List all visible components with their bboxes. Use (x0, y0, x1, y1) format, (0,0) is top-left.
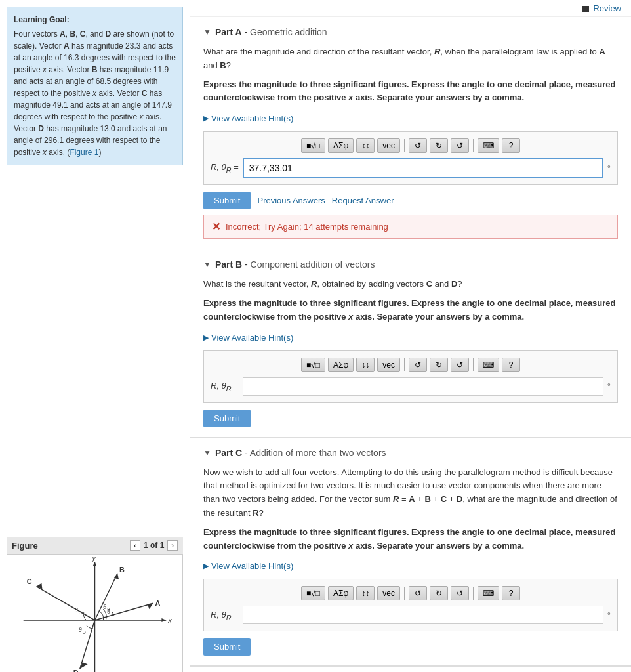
learning-goal-text: Four vectors A, B, C, and D are shown (n… (14, 30, 176, 157)
part-c-degree: ° (607, 610, 611, 620)
toolbar-redo-btn[interactable]: ↻ (430, 138, 448, 153)
part-c-toolbar-vec-btn[interactable]: vec (377, 586, 400, 600)
part-b-toggle[interactable]: ▼ (203, 260, 211, 269)
svg-line-13 (37, 587, 95, 620)
part-c-section: ▼ Part C - Addition of more than two vec… (190, 438, 631, 667)
part-b-submit-row: Submit (203, 410, 618, 427)
svg-text:C: C (79, 610, 82, 615)
toolbar-help-btn[interactable]: ? (502, 138, 520, 153)
svg-text:B: B (107, 608, 110, 612)
svg-text:x: x (167, 616, 172, 624)
part-b-toolbar: ■√□ ΑΣφ ↕↕ vec ↺ ↻ ↺ ⌨ ? (211, 358, 611, 372)
part-b-hint-arrow: ▶ (203, 333, 209, 342)
figure-nav: ‹ 1 of 1 › (130, 540, 178, 551)
part-c-toolbar-redo-btn[interactable]: ↻ (430, 586, 448, 600)
part-c-input-row: R, θR = ° (211, 606, 611, 624)
right-panel: Review ▼ Part A - Geometric addition Wha… (190, 0, 631, 672)
part-b-header: ▼ Part B - Component addition of vectors (203, 259, 618, 270)
svg-marker-8 (148, 604, 153, 610)
figure-next-button[interactable]: › (167, 540, 178, 551)
svg-text:B: B (119, 566, 125, 574)
part-c-submit-row: Submit (203, 638, 618, 656)
svg-text:θ: θ (103, 604, 106, 611)
part-a-toolbar: ■√□ ΑΣφ ↕↕ vec ↺ ↻ ↺ ⌨ ? (211, 138, 611, 153)
svg-marker-4 (93, 562, 97, 566)
svg-text:C: C (27, 578, 32, 585)
part-a-error-text: Incorrect; Try Again; 14 attempts remain… (226, 222, 388, 232)
error-icon: ✕ (212, 220, 220, 233)
part-c-toggle[interactable]: ▼ (203, 448, 211, 457)
part-c-input[interactable] (243, 606, 603, 624)
toolbar-reset-btn[interactable]: ↺ (451, 138, 469, 153)
part-c-toolbar: ■√□ ΑΣφ ↕↕ vec ↺ ↻ ↺ ⌨ ? (211, 586, 611, 600)
svg-text:θ: θ (75, 607, 78, 614)
toolbar-sep2 (473, 139, 474, 152)
part-b-input-label: R, θR = (211, 381, 239, 392)
part-a-hint-link[interactable]: ▶ View Available Hint(s) (203, 114, 293, 123)
part-a-input[interactable] (243, 158, 603, 178)
part-a-question: What are the magnitude and direction of … (203, 45, 618, 73)
part-b-toolbar-arrows-btn[interactable]: ↕↕ (356, 358, 375, 372)
review-link[interactable]: Review (582, 3, 621, 13)
part-a-error-box: ✕ Incorrect; Try Again; 14 attempts rema… (203, 215, 618, 239)
part-c-toolbar-reset-btn[interactable]: ↺ (451, 586, 469, 600)
part-b-input[interactable] (243, 377, 603, 396)
part-c-hint-link[interactable]: ▶ View Available Hint(s) (203, 561, 293, 571)
part-b-toolbar-reset-btn[interactable]: ↺ (451, 358, 469, 372)
svg-text:A: A (155, 600, 160, 608)
part-b-degree: ° (607, 381, 611, 391)
toolbar-undo-btn[interactable]: ↺ (409, 138, 427, 153)
toolbar-alpha-btn[interactable]: ΑΣφ (328, 138, 354, 153)
part-a-request-answer-link[interactable]: Request Answer (332, 196, 394, 205)
part-c-hint-arrow: ▶ (203, 562, 209, 570)
part-b-toolbar-vec-btn[interactable]: vec (377, 358, 400, 372)
part-b-label: Part B - Component addition of vectors (215, 259, 375, 270)
part-c-answer-box: ■√□ ΑΣφ ↕↕ vec ↺ ↻ ↺ ⌨ ? R, θR = ° (203, 579, 618, 631)
svg-text:θ: θ (79, 627, 82, 633)
part-c-toolbar-arrows-btn[interactable]: ↕↕ (356, 586, 375, 600)
part-c-toolbar-sqrt-btn[interactable]: ■√□ (301, 586, 325, 600)
part-a-submit-row: Submit Previous Answers Request Answer (203, 192, 618, 209)
bottom-bar: Provide Feedback Next ▶ (190, 666, 631, 672)
part-a-toggle[interactable]: ▼ (203, 28, 211, 37)
figure-prev-button[interactable]: ‹ (130, 540, 140, 551)
part-c-toolbar-keyboard-btn[interactable]: ⌨ (478, 586, 499, 600)
toolbar-arrows-btn[interactable]: ↕↕ (356, 138, 375, 153)
part-a-instruction: Express the magnitude to three significa… (203, 78, 618, 106)
part-c-instruction: Express the magnitude to three significa… (203, 526, 618, 553)
review-icon (582, 6, 589, 12)
part-b-instruction: Express the magnitude to three significa… (203, 297, 618, 324)
figure-link[interactable]: Figure 1 (70, 148, 98, 157)
figure-label: Figure (12, 541, 38, 551)
svg-text:y: y (92, 555, 96, 562)
part-b-toolbar-sep2 (473, 358, 474, 371)
part-b-toolbar-help-btn[interactable]: ? (502, 358, 520, 372)
part-a-input-label: R, θR = (211, 162, 239, 174)
part-b-toolbar-redo-btn[interactable]: ↻ (430, 358, 448, 372)
part-c-submit-button[interactable]: Submit (203, 638, 251, 656)
part-a-header: ▼ Part A - Geometric addition (203, 27, 618, 37)
part-c-label: Part C - Addition of more than two vecto… (215, 448, 386, 458)
part-c-toolbar-undo-btn[interactable]: ↺ (409, 586, 427, 600)
part-a-label: Part A - Geometric addition (215, 27, 327, 37)
part-c-toolbar-alpha-btn[interactable]: ΑΣφ (328, 586, 354, 600)
part-b-hint-label: View Available Hint(s) (211, 333, 293, 343)
part-b-toolbar-sqrt-btn[interactable]: ■√□ (301, 358, 325, 372)
toolbar-vec-btn[interactable]: vec (377, 138, 400, 153)
svg-text:D: D (83, 630, 86, 635)
part-b-toolbar-alpha-btn[interactable]: ΑΣφ (328, 358, 354, 372)
part-c-toolbar-help-btn[interactable]: ? (502, 586, 520, 600)
part-b-section: ▼ Part B - Component addition of vectors… (190, 249, 631, 437)
part-b-toolbar-keyboard-btn[interactable]: ⌨ (478, 358, 499, 372)
toolbar-keyboard-btn[interactable]: ⌨ (478, 138, 499, 153)
part-b-input-row: R, θR = ° (211, 377, 611, 396)
toolbar-sqrt-btn[interactable]: ■√□ (301, 138, 325, 153)
part-b-hint-link[interactable]: ▶ View Available Hint(s) (203, 333, 293, 343)
part-a-submit-button[interactable]: Submit (203, 192, 251, 209)
part-b-submit-button[interactable]: Submit (203, 410, 251, 427)
part-b-toolbar-undo-btn[interactable]: ↺ (409, 358, 427, 372)
part-a-section: ▼ Part A - Geometric addition What are t… (190, 17, 631, 249)
part-a-prev-answers-link[interactable]: Previous Answers (257, 196, 325, 205)
part-a-input-row: R, θR = ° (211, 158, 611, 178)
part-c-toolbar-sep2 (473, 587, 474, 600)
